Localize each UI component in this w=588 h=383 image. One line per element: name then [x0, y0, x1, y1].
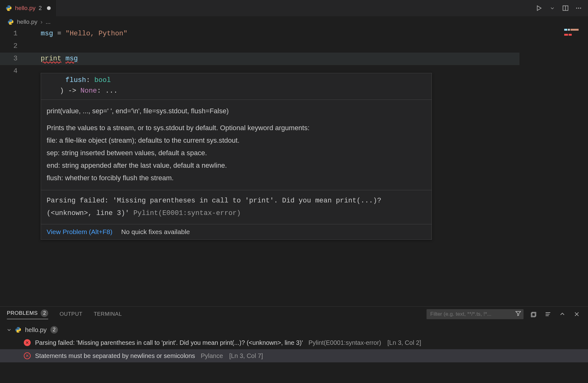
problem-message: Parsing failed: 'Missing parentheses in … [35, 339, 303, 346]
file-problem-count: 2 [50, 326, 58, 334]
chevron-up-icon[interactable] [558, 310, 567, 319]
problems-list: hello.py 2 ✕ Parsing failed: 'Missing pa… [0, 322, 588, 362]
panel-tabbar: PROBLEMS 2 OUTPUT TERMINAL [0, 307, 588, 322]
problems-filter-input[interactable] [427, 309, 524, 319]
hover-tooltip: flush: bool ) -> None: ... print(value, … [41, 73, 432, 240]
problem-message: Statements must be separated by newlines… [35, 352, 195, 360]
error-icon: ✕ [24, 339, 31, 346]
dirty-indicator-icon [47, 6, 51, 10]
hover-error-message: Parsing failed: 'Missing parentheses in … [41, 190, 432, 224]
chevron-right-icon: › [41, 18, 43, 25]
svg-point-4 [580, 8, 581, 9]
breadcrumb-rest: ... [46, 18, 51, 25]
line-number: 1 [0, 28, 18, 40]
problems-file-name: hello.py [25, 326, 47, 334]
python-file-icon [8, 19, 14, 25]
editor-tab-hello[interactable]: hello.py 2 [0, 0, 57, 16]
editor-tabbar: hello.py 2 [0, 0, 588, 16]
run-dropdown-button[interactable] [548, 4, 557, 13]
more-actions-button[interactable] [574, 4, 583, 13]
line-number: 2 [0, 40, 18, 53]
no-quick-fix-label: No quick fixes available [121, 228, 190, 236]
hover-documentation: print(value, ..., sep=' ', end='\n', fil… [41, 100, 432, 190]
code-line[interactable]: msg = "Hello, Python" [41, 28, 575, 40]
hover-footer: View Problem (Alt+F8) No quick fixes ava… [41, 224, 432, 239]
tab-output[interactable]: OUTPUT [59, 311, 82, 317]
run-button[interactable] [535, 4, 544, 13]
problem-row[interactable]: ✕ Parsing failed: 'Missing parentheses i… [7, 336, 584, 349]
filter-icon[interactable] [515, 311, 521, 318]
error-icon: ✕ [24, 352, 31, 359]
problem-location: [Ln 3, Col 7] [229, 352, 263, 360]
view-as-list-button[interactable] [544, 310, 552, 319]
line-number: 4 [0, 65, 18, 78]
collapse-all-button[interactable] [529, 310, 538, 319]
problems-file-row[interactable]: hello.py 2 [7, 324, 584, 336]
chevron-down-icon [7, 328, 11, 332]
bottom-panel: PROBLEMS 2 OUTPUT TERMINAL hello.py 2 ✕ … [0, 306, 588, 383]
svg-point-2 [576, 8, 577, 9]
problems-count-badge: 2 [41, 309, 48, 317]
breadcrumb[interactable]: hello.py › ... [0, 16, 588, 28]
minimap[interactable] [564, 29, 583, 38]
python-file-icon [15, 327, 21, 333]
code-line[interactable]: print msg [41, 53, 575, 65]
tab-problems[interactable]: PROBLEMS 2 [7, 309, 48, 319]
problem-source: Pylint(E0001:syntax-error) [309, 339, 381, 346]
problem-row[interactable]: ✕ Statements must be separated by newlin… [0, 349, 588, 362]
tab-problem-count: 2 [39, 5, 42, 12]
tab-filename: hello.py [15, 5, 36, 12]
line-number: 3 [0, 53, 18, 65]
hover-signature: flush: bool ) -> None: ... [41, 73, 432, 100]
close-panel-button[interactable] [572, 310, 581, 319]
problem-source: Pylance [201, 352, 223, 360]
view-problem-link[interactable]: View Problem (Alt+F8) [47, 228, 112, 236]
problem-location: [Ln 3, Col 2] [387, 339, 421, 346]
split-editor-button[interactable] [561, 4, 570, 13]
svg-point-3 [578, 8, 579, 9]
code-line[interactable] [41, 40, 575, 53]
python-file-icon [6, 5, 12, 11]
line-gutter: 1 2 3 4 [0, 28, 27, 78]
tab-terminal[interactable]: TERMINAL [94, 311, 122, 317]
breadcrumb-filename: hello.py [17, 18, 38, 25]
